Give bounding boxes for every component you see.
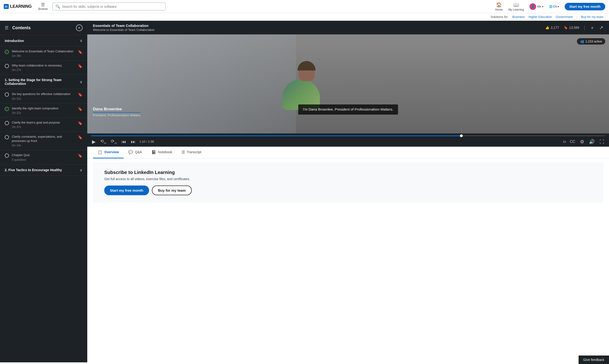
notebook-tab-label: Notebook	[158, 150, 172, 154]
transcript-tab-label: Transcript	[187, 150, 201, 154]
tab-notebook[interactable]: 📓 Notebook	[147, 147, 177, 158]
lesson-item-constraints[interactable]: Clarify constraints, expectations, and p…	[0, 132, 87, 150]
video-header-left: Essentials of Team Collaboration Welcome…	[93, 24, 155, 32]
sidebar-close-button[interactable]: ✕	[76, 25, 82, 31]
presenter-name: Dana Brownlee	[93, 107, 140, 113]
bookmark-icon-six-key[interactable]: 🔖	[78, 92, 82, 97]
time-display: 1:10 / 1:38	[139, 140, 154, 143]
subtitle-overlay: I'm Dana Brownlee, President of Professi…	[298, 104, 398, 115]
higher-education-link[interactable]: Higher Education	[529, 15, 552, 19]
lesson-check-chapter-quiz	[5, 154, 9, 158]
solutions-for-label: Solutions for:	[490, 15, 508, 19]
bookmark-icon-why-necessary[interactable]: 🔖	[78, 64, 82, 68]
settings-button[interactable]: ⚙	[579, 139, 585, 144]
play-button[interactable]: ▶	[91, 139, 96, 144]
next-chapter-button[interactable]: ⏭	[130, 139, 137, 144]
bookmark-icon-goal-purpose[interactable]: 🔖	[78, 121, 82, 125]
video-player[interactable]: I'm Dana Brownlee, President of Professi…	[87, 34, 609, 133]
lesson-check-welcome: ✓	[5, 50, 9, 54]
separator: |	[576, 15, 577, 19]
home-nav-item[interactable]: 🏠 Home	[495, 2, 503, 11]
home-label: Home	[495, 8, 503, 11]
start-free-month-button[interactable]: Start my free month	[565, 3, 605, 10]
fullscreen-button[interactable]: ⛶	[599, 139, 605, 144]
lesson-item-welcome[interactable]: ✓ Welcome to Essentials of Team Collabor…	[0, 46, 87, 61]
section-five-tactics[interactable]: 2. Five Tactics to Encourage Healthy ∨	[0, 165, 87, 176]
me-label: Me	[537, 5, 541, 8]
captions-button[interactable]: CC	[569, 139, 576, 144]
lesson-title-why-necessary: Why team collaboration is necessary	[12, 64, 75, 68]
tab-overview[interactable]: 📋 Overview	[93, 147, 124, 158]
search-input[interactable]	[62, 5, 162, 9]
bookmark-icon-team-composition[interactable]: 🔖	[78, 107, 82, 111]
rewind-10-button[interactable]: ⟲10	[99, 139, 107, 145]
buy-for-team-subscribe-button[interactable]: Buy for my team	[152, 185, 192, 195]
business-link[interactable]: Business	[512, 15, 525, 19]
lesson-check-team-composition: ✓	[5, 107, 9, 111]
header-separator: |	[584, 25, 585, 30]
qa-tab-icon: 💬	[128, 150, 133, 155]
bookmarks-stat[interactable]: 🔖 13,566	[564, 26, 579, 29]
browse-button[interactable]: ☰ Browse	[36, 2, 50, 12]
lesson-item-chapter-quiz[interactable]: Chapter Quiz 5 questions 🔖	[0, 150, 87, 164]
share-button[interactable]: ↗	[599, 25, 603, 30]
overview-tab-icon: 📋	[98, 150, 102, 155]
video-header: Essentials of Team Collaboration Welcome…	[87, 21, 609, 34]
active-count: 1,153 active	[585, 39, 602, 43]
section-five-tactics-title: 2. Five Tactics to Encourage Healthy	[5, 168, 62, 172]
give-feedback-button[interactable]: Give feedback	[579, 355, 609, 362]
notebook-tab-icon: 📓	[151, 150, 156, 155]
speed-button[interactable]: 1x	[563, 140, 566, 143]
section-introduction-chevron: ∨	[80, 39, 82, 43]
linkedin-logo-in: in	[4, 4, 9, 9]
subscribe-description: Get full access to all videos, exercise …	[104, 177, 592, 181]
progress-bar[interactable]	[91, 135, 605, 136]
section-setting-stage[interactable]: 1. Setting the Stage for Strong Team Col…	[0, 75, 87, 89]
my-learning-nav-item[interactable]: 📖 My Learning	[508, 2, 524, 11]
prev-chapter-button[interactable]: ⏮	[120, 139, 127, 144]
lesson-item-why-necessary[interactable]: Why team collaboration is necessary 3m 2…	[0, 61, 87, 75]
add-button[interactable]: ＋	[590, 25, 595, 31]
lesson-title-constraints: Clarify constraints, expectations, and p…	[12, 135, 75, 143]
forward-10-button[interactable]: ⟳10	[110, 139, 118, 145]
section-five-tactics-chevron: ∨	[80, 168, 82, 172]
lesson-item-six-key[interactable]: Six key questions for effective collabor…	[0, 89, 87, 103]
lesson-item-team-composition[interactable]: ✓ Identify the right team composition 2m…	[0, 104, 87, 118]
lesson-subtitle: Welcome to Essentials of Team Collaborat…	[93, 28, 155, 32]
lesson-item-goal-purpose[interactable]: Clarify the team's goal and purpose 2m 3…	[0, 118, 87, 132]
lesson-duration-goal-purpose: 2m 37s	[12, 125, 75, 129]
logo-area[interactable]: in LEARNING	[4, 4, 32, 9]
section-introduction[interactable]: Introduction ∨	[0, 35, 87, 46]
my-learning-icon: 📖	[513, 2, 519, 8]
tab-qa[interactable]: 💬 Q&A	[124, 147, 147, 158]
bookmark-icon-welcome[interactable]: 🔖	[78, 50, 82, 54]
presenter-figure	[293, 62, 320, 110]
qa-tab-label: Q&A	[135, 150, 142, 154]
main-header: in LEARNING ☰ Browse 🔍 🏠 Home 📖 My Learn…	[0, 0, 609, 13]
lesson-check-six-key	[5, 92, 9, 97]
home-icon: 🏠	[496, 2, 502, 8]
sub-header: Solutions for: Business Higher Education…	[0, 13, 609, 21]
video-header-right: 👍 2,177 🔖 13,566 | ＋ ↗	[545, 25, 603, 31]
likes-stat[interactable]: 👍 2,177	[545, 26, 559, 29]
me-menu[interactable]: 👤 Me ▾	[530, 3, 543, 10]
lesson-duration-welcome: 1m 38s	[12, 54, 75, 58]
transcript-tab-icon: ☰	[182, 150, 185, 155]
lesson-duration-constraints: 2m 24s	[12, 144, 75, 147]
section-setting-stage-title: 1. Setting the Stage for Strong Team Col…	[5, 78, 80, 86]
search-bar[interactable]: 🔍	[52, 3, 166, 10]
bookmark-icon-chapter-quiz[interactable]: 🔖	[78, 154, 82, 158]
tab-transcript[interactable]: ☰ Transcript	[177, 147, 206, 158]
presenter-scene: I'm Dana Brownlee, President of Professi…	[87, 34, 609, 133]
section-introduction-title: Introduction	[5, 39, 24, 43]
language-selector[interactable]: 🌐 EN ▾	[549, 5, 559, 8]
government-link[interactable]: Government	[556, 15, 573, 19]
search-icon: 🔍	[55, 4, 60, 9]
avatar: 👤	[530, 3, 536, 10]
bookmark-icon-constraints[interactable]: 🔖	[78, 135, 82, 140]
sidebar-menu-icon[interactable]: ☰	[5, 25, 9, 30]
likes-count: 2,177	[551, 26, 559, 29]
volume-button[interactable]: 🔊	[588, 139, 596, 144]
start-free-month-subscribe-button[interactable]: Start my free month	[104, 185, 149, 195]
buy-for-team-link[interactable]: Buy for my team	[581, 15, 603, 19]
